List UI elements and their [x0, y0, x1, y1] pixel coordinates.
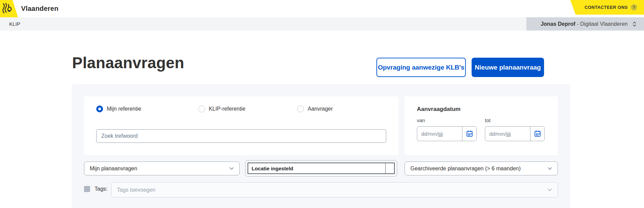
date-from-group	[417, 126, 477, 141]
radio-aanvrager[interactable]: Aanvrager	[297, 106, 333, 112]
location-filter[interactable]: Locatie ingesteld	[245, 160, 397, 176]
radio-mijn-referentie[interactable]: Mijn referentie	[96, 106, 141, 112]
contact-banner[interactable]: CONTACTEER ONS ?	[570, 0, 644, 15]
nav-bar: KLIP Jonas Deprof - Digitaal Vlaanderen	[0, 17, 644, 31]
radio-selected-icon[interactable]	[96, 106, 103, 112]
date-to-calendar-button[interactable]	[530, 127, 544, 141]
user-org: - Digitaal Vlaanderen	[575, 21, 628, 27]
filter-panel: Mijn referentie KLIP-referentie Aanvrage…	[72, 84, 570, 208]
lion-icon	[1, 2, 13, 15]
reference-radio-group: Mijn referentie KLIP-referentie Aanvrage…	[96, 105, 391, 113]
keyword-search-input[interactable]	[96, 129, 386, 143]
archive-select[interactable]: Gearchiveerde planaanvragen (> 6 maanden…	[405, 162, 558, 175]
request-date-card: Aanvraagdatum van tot	[405, 96, 558, 155]
location-filter-inner[interactable]: Locatie ingesteld	[248, 163, 395, 174]
radio-unselected-icon[interactable]	[297, 106, 304, 112]
chevron-down-icon	[547, 167, 552, 170]
user-label: Jonas Deprof - Digitaal Vlaanderen	[541, 21, 628, 27]
date-to-input[interactable]	[485, 127, 530, 141]
help-icon[interactable]: ?	[631, 4, 637, 11]
calendar-icon	[466, 130, 473, 137]
date-from-input[interactable]	[417, 127, 462, 141]
location-filter-divider[interactable]	[385, 163, 394, 173]
date-heading: Aanvraagdatum	[417, 106, 460, 113]
brand-title[interactable]: Vlaanderen	[21, 0, 58, 17]
date-from-label: van	[417, 117, 425, 123]
tags-checkbox[interactable]	[84, 186, 90, 192]
chevron-up-down-icon	[632, 21, 637, 27]
chevron-down-icon	[547, 188, 552, 191]
top-header: Vlaanderen CONTACTEER ONS ?	[0, 0, 644, 17]
contact-label[interactable]: CONTACTEER ONS	[584, 5, 628, 10]
reference-search-card: Mijn referentie KLIP-referentie Aanvrage…	[84, 96, 399, 155]
tags-label: Tags:	[95, 186, 107, 192]
date-to-group	[485, 126, 545, 141]
location-filter-value: Locatie ingesteld	[248, 166, 385, 171]
user-menu[interactable]: Jonas Deprof - Digitaal Vlaanderen	[526, 17, 644, 31]
opvraging-klbs-button[interactable]: Opvraging aanwezige KLB's	[376, 58, 466, 77]
tags-input[interactable]	[117, 187, 547, 193]
radio-klip-referentie[interactable]: KLIP-referentie	[198, 106, 245, 112]
radio-unselected-icon[interactable]	[198, 106, 205, 112]
calendar-icon	[534, 130, 541, 137]
user-name: Jonas Deprof	[541, 21, 575, 27]
date-from-calendar-button[interactable]	[462, 127, 476, 141]
nieuwe-planaanvraag-button[interactable]: Nieuwe planaanvraag	[472, 58, 544, 77]
date-to-label: tot	[485, 117, 491, 123]
app-name[interactable]: KLIP	[9, 17, 20, 31]
tags-field[interactable]	[111, 182, 558, 197]
chevron-down-icon	[229, 167, 234, 170]
scope-select[interactable]: Mijn planaanvragen	[84, 162, 240, 175]
page-title: Planaanvragen	[72, 54, 184, 72]
flanders-logo-block[interactable]	[0, 0, 18, 17]
